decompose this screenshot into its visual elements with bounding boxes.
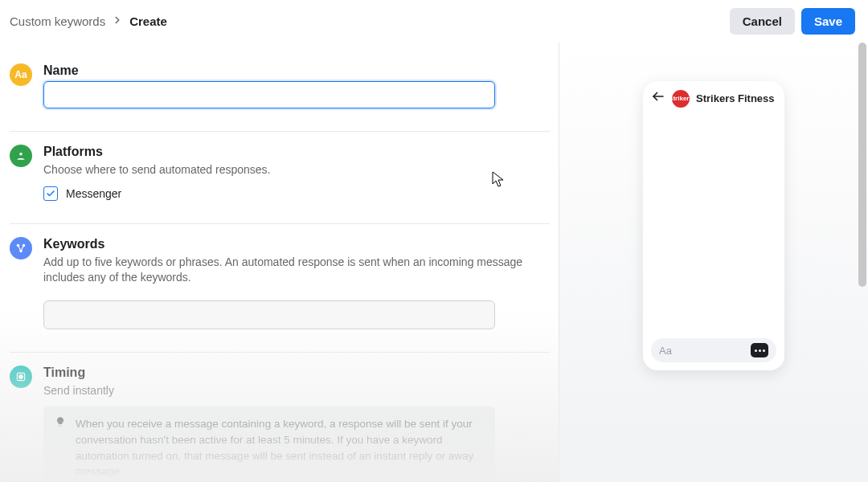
action-buttons: Cancel Save: [730, 8, 855, 35]
timing-icon: [10, 366, 32, 388]
chevron-right-icon: [112, 14, 123, 28]
preview-page-name: Strikers Fitness: [696, 92, 775, 104]
topbar: Custom keywords Create Cancel Save: [0, 0, 868, 43]
section-title-keywords: Keywords: [43, 237, 550, 251]
cancel-button[interactable]: Cancel: [730, 8, 795, 35]
platforms-icon: [10, 145, 32, 167]
save-button[interactable]: Save: [801, 8, 855, 35]
form-pane: Aa Name Platforms Choose where to send a…: [0, 43, 559, 482]
breadcrumb-current: Create: [129, 14, 167, 28]
section-title-name: Name: [43, 63, 550, 78]
avatar: Strikers: [672, 90, 690, 108]
preview-message-input[interactable]: Aa: [651, 338, 776, 362]
timing-info-box: When you receive a message containing a …: [43, 406, 495, 482]
svg-point-5: [19, 374, 23, 378]
timing-subtitle: Send instantly: [43, 383, 550, 399]
preview-pane: Strikers Strikers Fitness Aa: [559, 43, 868, 482]
lightbulb-icon: [55, 416, 68, 479]
platform-option-label: Messenger: [66, 187, 121, 200]
messenger-preview: Strikers Strikers Fitness Aa: [643, 81, 784, 370]
preview-body: [651, 108, 776, 338]
section-timing: Timing Send instantly When you receive a…: [10, 353, 550, 482]
timing-note-text: When you receive a message containing a …: [76, 416, 484, 479]
breadcrumb: Custom keywords Create: [10, 14, 167, 28]
name-input[interactable]: [43, 81, 495, 108]
typing-indicator-icon: [751, 343, 768, 357]
scrollbar[interactable]: [858, 43, 866, 287]
section-keywords: Keywords Add up to five keywords or phra…: [10, 224, 550, 353]
preview-header: Strikers Strikers Fitness: [651, 89, 776, 108]
section-name: Aa Name: [10, 51, 550, 132]
checkbox-icon[interactable]: [43, 186, 58, 201]
section-title-platforms: Platforms: [43, 145, 550, 159]
back-arrow-icon[interactable]: [651, 89, 665, 108]
platform-option-messenger[interactable]: Messenger: [43, 186, 550, 201]
section-title-timing: Timing: [43, 366, 550, 380]
name-icon: Aa: [10, 63, 32, 86]
platforms-subtitle: Choose where to send automated responses…: [43, 162, 550, 178]
keywords-icon: [10, 237, 32, 259]
keywords-subtitle: Add up to five keywords or phrases. An a…: [43, 255, 550, 286]
svg-point-0: [19, 153, 23, 156]
section-platforms: Platforms Choose where to send automated…: [10, 132, 550, 224]
preview-input-placeholder: Aa: [659, 345, 744, 357]
breadcrumb-parent[interactable]: Custom keywords: [10, 14, 105, 28]
keywords-input[interactable]: [43, 300, 495, 329]
